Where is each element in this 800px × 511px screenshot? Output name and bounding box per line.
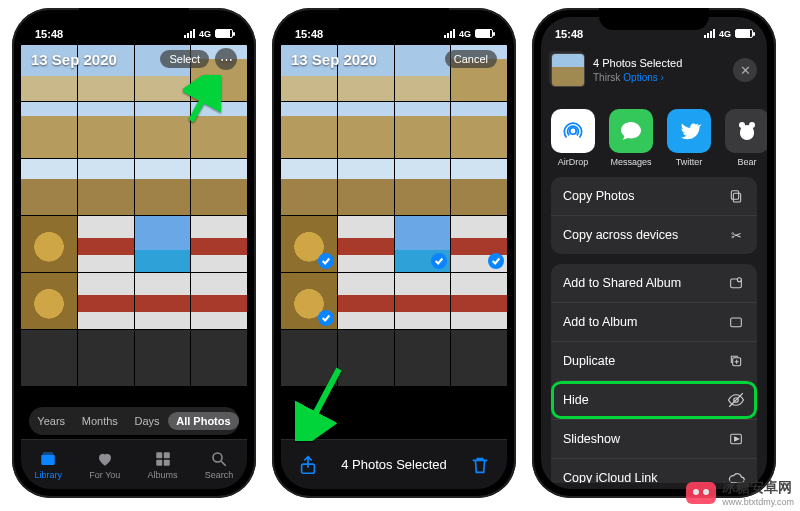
- photo-thumb[interactable]: [281, 216, 337, 272]
- phone-selection: 15:48 4G: [272, 8, 516, 498]
- action-add-to-album[interactable]: Add to Album: [551, 302, 757, 341]
- photo-thumb[interactable]: [21, 159, 77, 215]
- share-icon[interactable]: [297, 454, 319, 476]
- share-app-airdrop[interactable]: AirDrop: [551, 109, 595, 167]
- photo-thumb[interactable]: [21, 330, 77, 386]
- photo-thumb[interactable]: [78, 330, 134, 386]
- svg-rect-16: [733, 193, 740, 202]
- view-segments[interactable]: Years Months Days All Photos: [29, 407, 239, 435]
- tab-label: Search: [205, 470, 234, 480]
- photo-thumb[interactable]: [191, 330, 247, 386]
- photo-thumb[interactable]: [281, 273, 337, 329]
- photo-thumb[interactable]: [135, 102, 191, 158]
- action-copy-photos[interactable]: Copy Photos: [551, 177, 757, 215]
- status-time: 15:48: [555, 28, 583, 40]
- trash-icon[interactable]: [469, 454, 491, 476]
- seg-months[interactable]: Months: [74, 412, 126, 430]
- share-app-twitter[interactable]: Twitter: [667, 109, 711, 167]
- photo-thumb[interactable]: [191, 216, 247, 272]
- share-app-bear[interactable]: Bear: [725, 109, 767, 167]
- photo-thumb[interactable]: [451, 102, 507, 158]
- action-label: Duplicate: [563, 354, 615, 368]
- photo-thumb[interactable]: [338, 216, 394, 272]
- photo-thumb[interactable]: [78, 159, 134, 215]
- phone-library: 15:48 4G: [12, 8, 256, 498]
- svg-rect-20: [731, 318, 742, 327]
- twitter-icon: [667, 109, 711, 153]
- photo-thumb[interactable]: [338, 159, 394, 215]
- share-title: 4 Photos Selected: [593, 56, 725, 70]
- signal-icon: [704, 29, 715, 38]
- photo-thumb[interactable]: [338, 273, 394, 329]
- seg-all-photos[interactable]: All Photos: [168, 412, 238, 430]
- share-apps-row[interactable]: AirDrop Messages Twitter: [551, 109, 767, 167]
- tab-library[interactable]: Library: [35, 450, 63, 480]
- photo-thumb[interactable]: [281, 159, 337, 215]
- photo-thumb[interactable]: [451, 159, 507, 215]
- battery-icon: [735, 29, 753, 38]
- seg-days[interactable]: Days: [126, 412, 167, 430]
- photo-thumb[interactable]: [135, 273, 191, 329]
- action-add-to-shared-album[interactable]: Add to Shared Album: [551, 264, 757, 302]
- photo-thumb[interactable]: [191, 273, 247, 329]
- photo-thumb[interactable]: [451, 330, 507, 386]
- notch: [339, 8, 449, 30]
- photo-thumb[interactable]: [135, 330, 191, 386]
- action-duplicate[interactable]: Duplicate: [551, 341, 757, 380]
- share-subtitle: Thirsk: [593, 72, 620, 83]
- status-carrier: 4G: [459, 29, 471, 39]
- photo-thumb[interactable]: [78, 216, 134, 272]
- search-icon: [209, 450, 229, 468]
- photo-thumb[interactable]: [451, 216, 507, 272]
- tab-for-you[interactable]: For You: [89, 450, 120, 480]
- tab-albums[interactable]: Albums: [148, 450, 178, 480]
- action-label: Hide: [563, 393, 589, 407]
- close-icon[interactable]: ✕: [733, 58, 757, 82]
- photo-grid[interactable]: [281, 45, 507, 489]
- photo-thumb[interactable]: [135, 216, 191, 272]
- copy-icon: [727, 187, 745, 205]
- date-title: 13 Sep 2020: [291, 51, 377, 68]
- photo-thumb[interactable]: [191, 159, 247, 215]
- action-slideshow[interactable]: Slideshow: [551, 419, 757, 458]
- photo-thumb[interactable]: [338, 102, 394, 158]
- share-app-label: Twitter: [676, 157, 703, 167]
- svg-rect-17: [731, 191, 738, 200]
- battery-icon: [215, 29, 233, 38]
- photo-thumb[interactable]: [395, 216, 451, 272]
- notch: [599, 8, 709, 30]
- tab-search[interactable]: Search: [205, 450, 234, 480]
- share-app-messages[interactable]: Messages: [609, 109, 653, 167]
- photo-thumb[interactable]: [78, 102, 134, 158]
- share-options-link[interactable]: Options ›: [623, 72, 664, 83]
- photo-thumb[interactable]: [21, 273, 77, 329]
- photo-thumb[interactable]: [395, 159, 451, 215]
- date-title: 13 Sep 2020: [31, 51, 117, 68]
- select-button[interactable]: Select: [160, 50, 209, 68]
- watermark-logo-icon: [686, 482, 716, 504]
- selected-count: 4 Photos Selected: [319, 457, 469, 472]
- check-icon: [431, 253, 447, 269]
- photo-thumb[interactable]: [395, 102, 451, 158]
- action-hide[interactable]: Hide: [551, 380, 757, 419]
- photo-thumb[interactable]: [281, 102, 337, 158]
- action-copy-across-devices[interactable]: Copy across devices ✂: [551, 215, 757, 254]
- photo-thumb[interactable]: [395, 273, 451, 329]
- photo-thumb[interactable]: [78, 273, 134, 329]
- photo-thumb[interactable]: [395, 330, 451, 386]
- photo-thumb[interactable]: [21, 102, 77, 158]
- photo-thumb[interactable]: [191, 102, 247, 158]
- photo-thumb[interactable]: [21, 216, 77, 272]
- svg-point-13: [570, 128, 577, 135]
- album-icon: [727, 313, 745, 331]
- seg-years[interactable]: Years: [29, 412, 73, 430]
- more-icon[interactable]: ⋯: [215, 48, 237, 70]
- photo-thumb[interactable]: [281, 330, 337, 386]
- cancel-button[interactable]: Cancel: [445, 50, 497, 68]
- svg-rect-5: [163, 459, 169, 465]
- photo-thumb[interactable]: [338, 330, 394, 386]
- signal-icon: [444, 29, 455, 38]
- photo-thumb[interactable]: [451, 273, 507, 329]
- share-app-label: Bear: [737, 157, 756, 167]
- photo-thumb[interactable]: [135, 159, 191, 215]
